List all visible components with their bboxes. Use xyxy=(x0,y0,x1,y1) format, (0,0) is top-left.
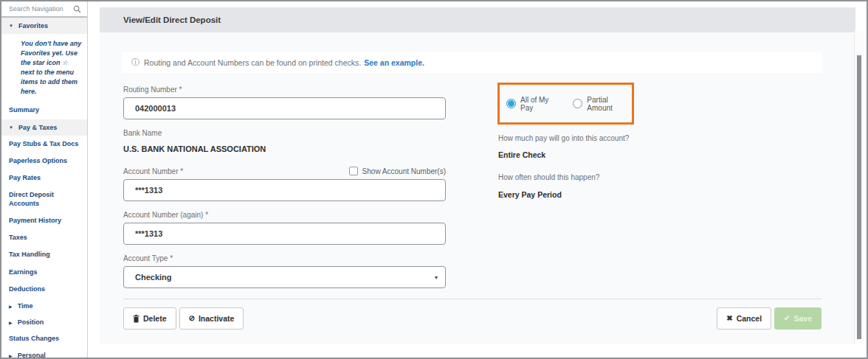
sidebar-section-favorites[interactable]: ▼ Favorites xyxy=(1,18,87,34)
sidebar-search xyxy=(1,1,87,18)
section-label: Position xyxy=(18,318,44,326)
section-label: Time xyxy=(18,302,33,310)
sidebar-item-deductions[interactable]: Deductions xyxy=(1,281,87,298)
sidebar: ▼ Favorites You don’t have any Favorites… xyxy=(1,1,88,358)
page-title: View/Edit Direct Deposit xyxy=(100,7,855,32)
account-number-label: Account Number * xyxy=(123,167,183,175)
question-pay-amount: How much pay will go into this account? xyxy=(498,134,629,142)
inactivate-label: Inactivate xyxy=(199,314,234,323)
account-number-again-label: Account Number (again) * xyxy=(123,211,446,219)
checkbox-icon[interactable] xyxy=(349,167,358,175)
section-label: Personal xyxy=(18,352,46,359)
delete-label: Delete xyxy=(143,314,167,323)
search-input[interactable] xyxy=(9,5,73,13)
sidebar-section-personal[interactable]: ▶ Personal xyxy=(1,347,87,359)
question-frequency: How often should this happen? xyxy=(498,173,599,181)
radio-label: All of My Pay xyxy=(520,96,560,112)
routing-number-label: Routing Number * xyxy=(123,86,446,94)
chevron-right-icon: ▶ xyxy=(9,304,13,309)
main-body: ⓘ Routing and Account Numbers can be fou… xyxy=(100,32,855,344)
info-icon: ⓘ xyxy=(131,57,140,68)
sidebar-item-earnings[interactable]: Earnings xyxy=(1,264,87,281)
account-number-again-input[interactable] xyxy=(123,223,446,245)
chevron-right-icon: ▶ xyxy=(9,320,13,325)
see-example-link[interactable]: See an example. xyxy=(364,58,424,67)
search-icon[interactable] xyxy=(73,5,81,13)
account-type-value: Checking xyxy=(135,273,172,282)
save-label: Save xyxy=(793,314,812,323)
vertical-scrollbar-thumb[interactable] xyxy=(857,55,861,339)
favorites-empty-note: You don’t have any Favorites yet. Use th… xyxy=(1,34,87,102)
checkbox-label: Show Account Number(s) xyxy=(362,167,446,175)
sidebar-item-status-changes[interactable]: Status Changes xyxy=(1,330,87,347)
chevron-down-icon: ▼ xyxy=(9,24,13,28)
sidebar-section-time[interactable]: ▶ Time xyxy=(1,298,87,314)
inactivate-icon: ⊘ xyxy=(189,315,195,322)
caret-down-icon: ▾ xyxy=(435,274,438,281)
cancel-x-icon: ✖ xyxy=(726,315,732,322)
app-window: ▼ Favorites You don’t have any Favorites… xyxy=(0,0,868,359)
checkmark-icon: ✔ xyxy=(784,315,790,322)
info-text: Routing and Account Numbers can be found… xyxy=(144,58,361,67)
show-account-numbers-checkbox[interactable]: Show Account Number(s) xyxy=(349,167,446,175)
sidebar-item-pay-rates[interactable]: Pay Rates xyxy=(1,170,87,187)
account-type-select[interactable]: Checking ▾ xyxy=(123,266,446,288)
sidebar-item-summary[interactable]: Summary xyxy=(1,102,87,119)
bank-name-label: Bank Name xyxy=(123,129,446,137)
sidebar-item-direct-deposit-accounts[interactable]: Direct Deposit Accounts xyxy=(1,187,87,212)
sidebar-item-taxes[interactable]: Taxes xyxy=(1,229,87,246)
save-button[interactable]: ✔ Save xyxy=(774,307,822,330)
sidebar-item-paperless-options[interactable]: Paperless Options xyxy=(1,153,87,170)
sidebar-section-position[interactable]: ▶ Position xyxy=(1,314,87,330)
radio-all-of-my-pay[interactable]: All of My Pay xyxy=(506,96,560,112)
radio-label: Partial Amount xyxy=(587,96,632,112)
bank-name-value: U.S. BANK NATIONAL ASSOCIATION xyxy=(123,144,446,153)
footer-actions: Delete ⊘ Inactivate ✖ Cancel ✔ Save xyxy=(123,307,822,330)
footer-divider xyxy=(123,299,822,299)
radio-unselected-icon[interactable] xyxy=(573,99,582,108)
radio-selected-icon[interactable] xyxy=(506,99,516,108)
chevron-down-icon: ▼ xyxy=(9,125,13,130)
sidebar-section-pay-taxes[interactable]: ▼ Pay & Taxes xyxy=(1,119,87,136)
cancel-label: Cancel xyxy=(737,314,762,323)
radio-partial-amount[interactable]: Partial Amount xyxy=(573,96,632,112)
answer-frequency: Every Pay Period xyxy=(498,190,562,199)
main-panel: View/Edit Direct Deposit ⓘ Routing and A… xyxy=(100,7,855,344)
trash-icon xyxy=(133,315,140,323)
account-type-label: Account Type * xyxy=(123,254,446,262)
account-number-input[interactable] xyxy=(123,179,446,201)
delete-button[interactable]: Delete xyxy=(123,307,176,330)
sidebar-item-pay-stubs-tax-docs[interactable]: Pay Stubs & Tax Docs xyxy=(1,136,87,153)
section-label: Favorites xyxy=(18,22,48,29)
info-banner: ⓘ Routing and Account Numbers can be fou… xyxy=(122,52,822,73)
sidebar-item-tax-handling[interactable]: Tax Handling xyxy=(1,246,87,263)
answer-pay-amount: Entire Check xyxy=(498,150,545,159)
vertical-scrollbar-track[interactable] xyxy=(854,31,864,344)
sidebar-item-payment-history[interactable]: Payment History xyxy=(1,212,87,229)
section-label: Pay & Taxes xyxy=(18,124,57,131)
inactivate-button[interactable]: ⊘ Inactivate xyxy=(179,307,244,330)
routing-number-input[interactable] xyxy=(123,97,446,119)
chevron-right-icon: ▶ xyxy=(9,353,13,358)
account-form: Routing Number * Bank Name U.S. BANK NAT… xyxy=(123,86,446,298)
cancel-button[interactable]: ✖ Cancel xyxy=(717,307,771,330)
pay-amount-radio-group-highlight: All of My Pay Partial Amount xyxy=(497,83,634,125)
